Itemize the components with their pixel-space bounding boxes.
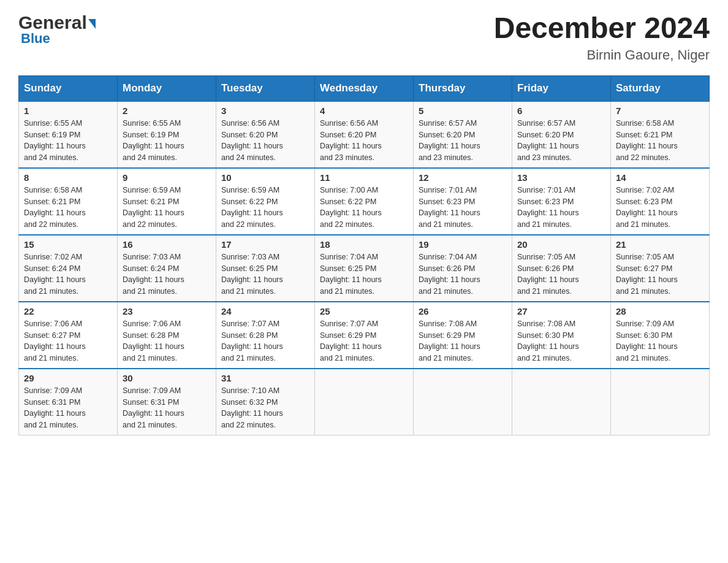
calendar-cell: 18 Sunrise: 7:04 AM Sunset: 6:25 PM Dayl… (315, 235, 414, 302)
day-number: 20 (517, 239, 605, 250)
day-info: Sunrise: 7:07 AM Sunset: 6:28 PM Dayligh… (221, 318, 309, 364)
main-title: December 2024 (494, 12, 710, 45)
calendar-cell (512, 369, 611, 435)
calendar-cell: 5 Sunrise: 6:57 AM Sunset: 6:20 PM Dayli… (414, 101, 512, 168)
day-info: Sunrise: 7:01 AM Sunset: 6:23 PM Dayligh… (517, 185, 605, 231)
calendar-cell: 6 Sunrise: 6:57 AM Sunset: 6:20 PM Dayli… (512, 101, 611, 168)
calendar-cell: 4 Sunrise: 6:56 AM Sunset: 6:20 PM Dayli… (315, 101, 414, 168)
day-info: Sunrise: 7:09 AM Sunset: 6:31 PM Dayligh… (123, 385, 211, 431)
day-info: Sunrise: 7:09 AM Sunset: 6:31 PM Dayligh… (24, 385, 112, 431)
day-number: 27 (517, 306, 605, 316)
day-number: 28 (616, 306, 704, 316)
calendar-cell: 28 Sunrise: 7:09 AM Sunset: 6:30 PM Dayl… (611, 302, 710, 369)
day-number: 18 (320, 239, 408, 250)
day-number: 12 (419, 172, 507, 183)
day-info: Sunrise: 6:55 AM Sunset: 6:19 PM Dayligh… (24, 118, 112, 164)
calendar-cell: 22 Sunrise: 7:06 AM Sunset: 6:27 PM Dayl… (19, 302, 118, 369)
calendar-cell: 26 Sunrise: 7:08 AM Sunset: 6:29 PM Dayl… (414, 302, 512, 369)
day-number: 29 (24, 373, 112, 383)
calendar-cell: 7 Sunrise: 6:58 AM Sunset: 6:21 PM Dayli… (611, 101, 710, 168)
day-info: Sunrise: 7:00 AM Sunset: 6:22 PM Dayligh… (320, 185, 408, 231)
day-number: 30 (123, 373, 211, 383)
page-header: General Blue December 2024 Birnin Gaoure… (18, 12, 710, 63)
day-number: 1 (24, 105, 112, 116)
calendar-header-monday: Monday (118, 75, 216, 101)
subtitle: Birnin Gaoure, Niger (494, 47, 710, 63)
day-info: Sunrise: 7:08 AM Sunset: 6:30 PM Dayligh… (517, 318, 605, 364)
calendar-cell: 24 Sunrise: 7:07 AM Sunset: 6:28 PM Dayl… (216, 302, 315, 369)
calendar-cell: 14 Sunrise: 7:02 AM Sunset: 6:23 PM Dayl… (611, 168, 710, 235)
calendar-header-thursday: Thursday (414, 75, 512, 101)
day-info: Sunrise: 7:05 AM Sunset: 6:27 PM Dayligh… (616, 251, 704, 297)
calendar-cell: 1 Sunrise: 6:55 AM Sunset: 6:19 PM Dayli… (19, 101, 118, 168)
day-number: 25 (320, 306, 408, 316)
day-number: 14 (616, 172, 704, 183)
day-info: Sunrise: 7:08 AM Sunset: 6:29 PM Dayligh… (419, 318, 507, 364)
calendar-header-wednesday: Wednesday (315, 75, 414, 101)
day-number: 11 (320, 172, 408, 183)
day-number: 13 (517, 172, 605, 183)
calendar-week-row: 22 Sunrise: 7:06 AM Sunset: 6:27 PM Dayl… (19, 302, 710, 369)
day-info: Sunrise: 7:04 AM Sunset: 6:26 PM Dayligh… (419, 251, 507, 297)
day-info: Sunrise: 6:56 AM Sunset: 6:20 PM Dayligh… (221, 118, 309, 164)
calendar-cell: 15 Sunrise: 7:02 AM Sunset: 6:24 PM Dayl… (19, 235, 118, 302)
day-number: 10 (221, 172, 309, 183)
day-number: 7 (616, 105, 704, 116)
day-number: 22 (24, 306, 112, 316)
calendar-header-friday: Friday (512, 75, 611, 101)
day-number: 15 (24, 239, 112, 250)
day-number: 17 (221, 239, 309, 250)
calendar-cell (611, 369, 710, 435)
day-info: Sunrise: 7:03 AM Sunset: 6:25 PM Dayligh… (221, 251, 309, 297)
day-info: Sunrise: 6:57 AM Sunset: 6:20 PM Dayligh… (419, 118, 507, 164)
day-info: Sunrise: 7:07 AM Sunset: 6:29 PM Dayligh… (320, 318, 408, 364)
day-number: 24 (221, 306, 309, 316)
day-info: Sunrise: 7:01 AM Sunset: 6:23 PM Dayligh… (419, 185, 507, 231)
calendar-cell: 19 Sunrise: 7:04 AM Sunset: 6:26 PM Dayl… (414, 235, 512, 302)
day-number: 21 (616, 239, 704, 250)
day-number: 9 (123, 172, 211, 183)
logo-general: General (18, 12, 87, 33)
day-info: Sunrise: 6:59 AM Sunset: 6:22 PM Dayligh… (221, 185, 309, 231)
day-info: Sunrise: 7:06 AM Sunset: 6:28 PM Dayligh… (123, 318, 211, 364)
calendar-cell: 10 Sunrise: 6:59 AM Sunset: 6:22 PM Dayl… (216, 168, 315, 235)
day-info: Sunrise: 7:09 AM Sunset: 6:30 PM Dayligh… (616, 318, 704, 364)
calendar-cell: 29 Sunrise: 7:09 AM Sunset: 6:31 PM Dayl… (19, 369, 118, 435)
day-number: 6 (517, 105, 605, 116)
calendar-week-row: 8 Sunrise: 6:58 AM Sunset: 6:21 PM Dayli… (19, 168, 710, 235)
day-number: 19 (419, 239, 507, 250)
day-number: 4 (320, 105, 408, 116)
day-number: 16 (123, 239, 211, 250)
calendar-cell: 12 Sunrise: 7:01 AM Sunset: 6:23 PM Dayl… (414, 168, 512, 235)
calendar-cell: 23 Sunrise: 7:06 AM Sunset: 6:28 PM Dayl… (118, 302, 216, 369)
calendar-week-row: 1 Sunrise: 6:55 AM Sunset: 6:19 PM Dayli… (19, 101, 710, 168)
day-info: Sunrise: 6:58 AM Sunset: 6:21 PM Dayligh… (24, 185, 112, 231)
day-info: Sunrise: 6:58 AM Sunset: 6:21 PM Dayligh… (616, 118, 704, 164)
calendar-header-sunday: Sunday (19, 75, 118, 101)
calendar-cell: 20 Sunrise: 7:05 AM Sunset: 6:26 PM Dayl… (512, 235, 611, 302)
title-block: December 2024 Birnin Gaoure, Niger (494, 12, 710, 63)
calendar-cell: 16 Sunrise: 7:03 AM Sunset: 6:24 PM Dayl… (118, 235, 216, 302)
calendar-cell: 2 Sunrise: 6:55 AM Sunset: 6:19 PM Dayli… (118, 101, 216, 168)
calendar-cell (414, 369, 512, 435)
day-number: 5 (419, 105, 507, 116)
day-info: Sunrise: 7:04 AM Sunset: 6:25 PM Dayligh… (320, 251, 408, 297)
calendar-table: SundayMondayTuesdayWednesdayThursdayFrid… (18, 75, 710, 435)
day-number: 31 (221, 373, 309, 383)
calendar-cell: 9 Sunrise: 6:59 AM Sunset: 6:21 PM Dayli… (118, 168, 216, 235)
day-number: 8 (24, 172, 112, 183)
day-number: 3 (221, 105, 309, 116)
calendar-cell: 31 Sunrise: 7:10 AM Sunset: 6:32 PM Dayl… (216, 369, 315, 435)
calendar-cell: 8 Sunrise: 6:58 AM Sunset: 6:21 PM Dayli… (19, 168, 118, 235)
day-info: Sunrise: 7:02 AM Sunset: 6:24 PM Dayligh… (24, 251, 112, 297)
day-info: Sunrise: 7:10 AM Sunset: 6:32 PM Dayligh… (221, 385, 309, 431)
day-number: 2 (123, 105, 211, 116)
calendar-header-saturday: Saturday (611, 75, 710, 101)
day-info: Sunrise: 7:05 AM Sunset: 6:26 PM Dayligh… (517, 251, 605, 297)
logo-blue: Blue (21, 31, 50, 47)
calendar-week-row: 15 Sunrise: 7:02 AM Sunset: 6:24 PM Dayl… (19, 235, 710, 302)
day-info: Sunrise: 7:03 AM Sunset: 6:24 PM Dayligh… (123, 251, 211, 297)
calendar-cell: 21 Sunrise: 7:05 AM Sunset: 6:27 PM Dayl… (611, 235, 710, 302)
day-info: Sunrise: 6:55 AM Sunset: 6:19 PM Dayligh… (123, 118, 211, 164)
calendar-cell: 27 Sunrise: 7:08 AM Sunset: 6:30 PM Dayl… (512, 302, 611, 369)
